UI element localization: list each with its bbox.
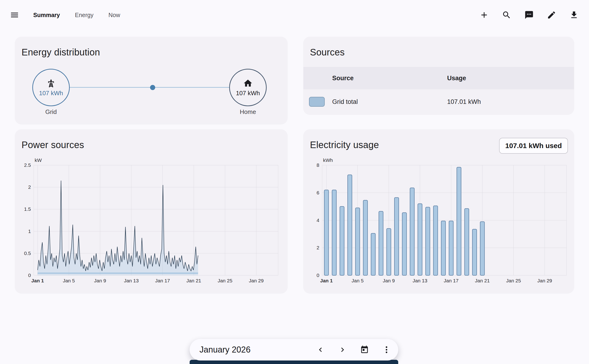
svg-text:Jan 5: Jan 5 [352, 278, 364, 283]
sources-title: Sources [310, 47, 344, 58]
home-label: Home [229, 108, 267, 116]
grid-label: Grid [32, 108, 70, 116]
hamburger-icon [10, 10, 19, 20]
electricity-usage-card: Electricity usage 107.01 kWh used 02468J… [303, 129, 574, 293]
svg-text:Jan 1: Jan 1 [320, 278, 333, 283]
more-options-button[interactable] [382, 345, 391, 354]
comment-icon [524, 10, 534, 20]
svg-text:6: 6 [317, 190, 319, 195]
column-header-source: Source [332, 67, 354, 89]
tab-summary[interactable]: Summary [33, 12, 60, 19]
svg-text:1.5: 1.5 [24, 206, 31, 212]
svg-text:kWh: kWh [323, 157, 333, 163]
electricity-usage-chart: 02468Jan 1Jan 5Jan 9Jan 13Jan 17Jan 21Ja… [308, 153, 571, 288]
svg-text:0: 0 [317, 273, 319, 278]
svg-text:Jan 21: Jan 21 [475, 278, 490, 283]
add-button[interactable] [478, 9, 490, 21]
download-icon [569, 10, 579, 20]
tab-bar: Summary Energy Now [33, 0, 120, 30]
next-period-button[interactable] [338, 345, 347, 354]
chevron-right-icon [338, 345, 347, 354]
search-icon [502, 10, 511, 20]
table-row: Grid total 107.01 kWh [303, 89, 574, 114]
svg-text:Jan 13: Jan 13 [412, 278, 427, 283]
svg-text:1: 1 [28, 228, 31, 234]
svg-text:0: 0 [28, 273, 31, 278]
home-icon [243, 78, 253, 88]
comments-button[interactable] [523, 9, 535, 21]
transmission-tower-icon [46, 78, 56, 88]
chevron-left-icon [316, 345, 325, 354]
svg-text:0.5: 0.5 [24, 251, 31, 256]
download-button[interactable] [568, 9, 580, 21]
svg-text:Jan 17: Jan 17 [155, 278, 170, 283]
svg-text:Jan 21: Jan 21 [186, 278, 201, 283]
calendar-icon [360, 345, 369, 354]
app-bar: Summary Energy Now [0, 0, 589, 30]
svg-text:Jan 9: Jan 9 [383, 278, 395, 283]
svg-text:8: 8 [317, 162, 319, 168]
svg-text:Jan 1: Jan 1 [31, 278, 44, 283]
svg-text:4: 4 [317, 218, 319, 223]
svg-text:Jan 13: Jan 13 [124, 278, 139, 283]
column-header-usage: Usage [447, 67, 466, 89]
grid-node: 107 kWh [32, 69, 70, 106]
source-color-swatch [309, 97, 325, 107]
svg-text:2: 2 [317, 245, 319, 250]
period-label[interactable]: January 2026 [199, 345, 251, 355]
date-picker-button[interactable] [360, 345, 369, 354]
power-sources-chart: 00.511.522.5Jan 1Jan 5Jan 9Jan 13Jan 17J… [20, 153, 283, 288]
svg-text:Jan 29: Jan 29 [249, 278, 264, 283]
power-sources-card: Power sources 00.511.522.5Jan 1Jan 5Jan … [15, 129, 287, 293]
plus-icon [479, 10, 489, 20]
home-value: 107 kWh [236, 90, 260, 97]
tab-energy[interactable]: Energy [75, 12, 93, 19]
edit-button[interactable] [546, 9, 557, 21]
app-bar-actions [478, 9, 580, 21]
svg-text:Jan 29: Jan 29 [537, 278, 552, 283]
sources-card: Sources Source Usage Grid total 107.01 k… [303, 37, 574, 114]
svg-text:Jan 17: Jan 17 [444, 278, 459, 283]
svg-text:Jan 25: Jan 25 [506, 278, 521, 283]
svg-text:kW: kW [35, 157, 42, 163]
energy-distribution-card: Energy distribution 107 kWh Grid 107 kWh… [15, 37, 287, 124]
source-usage: 107.01 kWh [447, 89, 481, 114]
home-node: 107 kWh [229, 69, 267, 106]
previous-period-button[interactable] [316, 345, 325, 354]
svg-text:2.5: 2.5 [24, 162, 31, 168]
svg-text:Jan 25: Jan 25 [218, 278, 232, 283]
sources-table-header: Source Usage [303, 67, 574, 89]
source-name: Grid total [332, 89, 358, 114]
pencil-icon [547, 10, 556, 20]
energy-flow-dot [150, 85, 155, 90]
energy-distribution-title: Energy distribution [21, 47, 100, 58]
svg-text:Jan 5: Jan 5 [63, 278, 75, 283]
search-button[interactable] [501, 9, 512, 21]
grid-to-home-flow-line [70, 87, 229, 88]
period-picker-actions [316, 345, 391, 354]
grid-value: 107 kWh [39, 90, 63, 97]
electricity-usage-title: Electricity usage [310, 140, 379, 150]
period-picker-bar: January 2026 [190, 339, 398, 360]
tab-now[interactable]: Now [108, 12, 120, 19]
svg-text:2: 2 [28, 184, 31, 190]
total-usage-badge: 107.01 kWh used [499, 138, 568, 154]
power-sources-title: Power sources [21, 140, 84, 150]
kebab-menu-icon [382, 345, 391, 354]
menu-button[interactable] [9, 9, 20, 21]
svg-text:Jan 9: Jan 9 [94, 278, 106, 283]
